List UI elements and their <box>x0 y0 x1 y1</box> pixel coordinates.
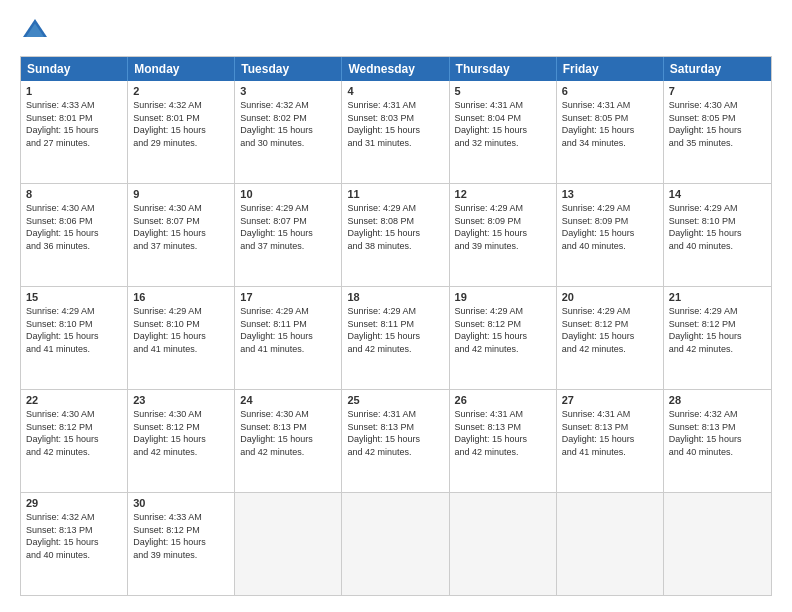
cell-text: Sunrise: 4:31 AM Sunset: 8:03 PM Dayligh… <box>347 99 443 149</box>
calendar-cell-1: 1Sunrise: 4:33 AM Sunset: 8:01 PM Daylig… <box>21 81 128 183</box>
calendar-cell-28: 28Sunrise: 4:32 AM Sunset: 8:13 PM Dayli… <box>664 390 771 492</box>
day-number: 15 <box>26 291 122 303</box>
cell-text: Sunrise: 4:33 AM Sunset: 8:01 PM Dayligh… <box>26 99 122 149</box>
cell-text: Sunrise: 4:29 AM Sunset: 8:12 PM Dayligh… <box>669 305 766 355</box>
header-cell-tuesday: Tuesday <box>235 57 342 81</box>
calendar-cell-6: 6Sunrise: 4:31 AM Sunset: 8:05 PM Daylig… <box>557 81 664 183</box>
day-number: 22 <box>26 394 122 406</box>
calendar-cell-14: 14Sunrise: 4:29 AM Sunset: 8:10 PM Dayli… <box>664 184 771 286</box>
day-number: 21 <box>669 291 766 303</box>
calendar-cell-29: 29Sunrise: 4:32 AM Sunset: 8:13 PM Dayli… <box>21 493 128 595</box>
calendar-body: 1Sunrise: 4:33 AM Sunset: 8:01 PM Daylig… <box>21 81 771 595</box>
day-number: 23 <box>133 394 229 406</box>
header-cell-friday: Friday <box>557 57 664 81</box>
header-cell-monday: Monday <box>128 57 235 81</box>
calendar-row-3: 15Sunrise: 4:29 AM Sunset: 8:10 PM Dayli… <box>21 286 771 389</box>
calendar-row-1: 1Sunrise: 4:33 AM Sunset: 8:01 PM Daylig… <box>21 81 771 183</box>
calendar-cell-10: 10Sunrise: 4:29 AM Sunset: 8:07 PM Dayli… <box>235 184 342 286</box>
cell-text: Sunrise: 4:29 AM Sunset: 8:09 PM Dayligh… <box>455 202 551 252</box>
calendar-cell-30: 30Sunrise: 4:33 AM Sunset: 8:12 PM Dayli… <box>128 493 235 595</box>
calendar-cell-22: 22Sunrise: 4:30 AM Sunset: 8:12 PM Dayli… <box>21 390 128 492</box>
calendar-cell-11: 11Sunrise: 4:29 AM Sunset: 8:08 PM Dayli… <box>342 184 449 286</box>
calendar-cell-12: 12Sunrise: 4:29 AM Sunset: 8:09 PM Dayli… <box>450 184 557 286</box>
day-number: 16 <box>133 291 229 303</box>
cell-text: Sunrise: 4:30 AM Sunset: 8:07 PM Dayligh… <box>133 202 229 252</box>
cell-text: Sunrise: 4:31 AM Sunset: 8:04 PM Dayligh… <box>455 99 551 149</box>
cell-text: Sunrise: 4:30 AM Sunset: 8:06 PM Dayligh… <box>26 202 122 252</box>
cell-text: Sunrise: 4:29 AM Sunset: 8:08 PM Dayligh… <box>347 202 443 252</box>
calendar-cell-empty <box>450 493 557 595</box>
cell-text: Sunrise: 4:29 AM Sunset: 8:07 PM Dayligh… <box>240 202 336 252</box>
day-number: 27 <box>562 394 658 406</box>
header-cell-wednesday: Wednesday <box>342 57 449 81</box>
calendar-cell-27: 27Sunrise: 4:31 AM Sunset: 8:13 PM Dayli… <box>557 390 664 492</box>
day-number: 19 <box>455 291 551 303</box>
cell-text: Sunrise: 4:29 AM Sunset: 8:10 PM Dayligh… <box>669 202 766 252</box>
calendar-header-row: SundayMondayTuesdayWednesdayThursdayFrid… <box>21 57 771 81</box>
cell-text: Sunrise: 4:29 AM Sunset: 8:10 PM Dayligh… <box>26 305 122 355</box>
calendar-cell-7: 7Sunrise: 4:30 AM Sunset: 8:05 PM Daylig… <box>664 81 771 183</box>
day-number: 29 <box>26 497 122 509</box>
day-number: 5 <box>455 85 551 97</box>
calendar-cell-21: 21Sunrise: 4:29 AM Sunset: 8:12 PM Dayli… <box>664 287 771 389</box>
calendar-row-5: 29Sunrise: 4:32 AM Sunset: 8:13 PM Dayli… <box>21 492 771 595</box>
cell-text: Sunrise: 4:29 AM Sunset: 8:12 PM Dayligh… <box>562 305 658 355</box>
cell-text: Sunrise: 4:31 AM Sunset: 8:13 PM Dayligh… <box>347 408 443 458</box>
day-number: 6 <box>562 85 658 97</box>
logo-icon <box>20 16 50 46</box>
calendar-cell-26: 26Sunrise: 4:31 AM Sunset: 8:13 PM Dayli… <box>450 390 557 492</box>
day-number: 14 <box>669 188 766 200</box>
day-number: 1 <box>26 85 122 97</box>
calendar-cell-19: 19Sunrise: 4:29 AM Sunset: 8:12 PM Dayli… <box>450 287 557 389</box>
day-number: 11 <box>347 188 443 200</box>
cell-text: Sunrise: 4:30 AM Sunset: 8:12 PM Dayligh… <box>26 408 122 458</box>
cell-text: Sunrise: 4:32 AM Sunset: 8:02 PM Dayligh… <box>240 99 336 149</box>
header-cell-saturday: Saturday <box>664 57 771 81</box>
calendar-cell-18: 18Sunrise: 4:29 AM Sunset: 8:11 PM Dayli… <box>342 287 449 389</box>
calendar: SundayMondayTuesdayWednesdayThursdayFrid… <box>20 56 772 596</box>
day-number: 20 <box>562 291 658 303</box>
cell-text: Sunrise: 4:32 AM Sunset: 8:13 PM Dayligh… <box>26 511 122 561</box>
day-number: 7 <box>669 85 766 97</box>
header-cell-sunday: Sunday <box>21 57 128 81</box>
calendar-cell-17: 17Sunrise: 4:29 AM Sunset: 8:11 PM Dayli… <box>235 287 342 389</box>
calendar-cell-23: 23Sunrise: 4:30 AM Sunset: 8:12 PM Dayli… <box>128 390 235 492</box>
cell-text: Sunrise: 4:29 AM Sunset: 8:12 PM Dayligh… <box>455 305 551 355</box>
cell-text: Sunrise: 4:32 AM Sunset: 8:01 PM Dayligh… <box>133 99 229 149</box>
day-number: 26 <box>455 394 551 406</box>
calendar-cell-5: 5Sunrise: 4:31 AM Sunset: 8:04 PM Daylig… <box>450 81 557 183</box>
calendar-cell-empty <box>664 493 771 595</box>
day-number: 2 <box>133 85 229 97</box>
cell-text: Sunrise: 4:31 AM Sunset: 8:13 PM Dayligh… <box>562 408 658 458</box>
day-number: 12 <box>455 188 551 200</box>
day-number: 10 <box>240 188 336 200</box>
calendar-cell-16: 16Sunrise: 4:29 AM Sunset: 8:10 PM Dayli… <box>128 287 235 389</box>
calendar-cell-empty <box>557 493 664 595</box>
cell-text: Sunrise: 4:29 AM Sunset: 8:11 PM Dayligh… <box>347 305 443 355</box>
calendar-cell-4: 4Sunrise: 4:31 AM Sunset: 8:03 PM Daylig… <box>342 81 449 183</box>
day-number: 3 <box>240 85 336 97</box>
cell-text: Sunrise: 4:29 AM Sunset: 8:11 PM Dayligh… <box>240 305 336 355</box>
day-number: 18 <box>347 291 443 303</box>
cell-text: Sunrise: 4:30 AM Sunset: 8:13 PM Dayligh… <box>240 408 336 458</box>
day-number: 4 <box>347 85 443 97</box>
page: SundayMondayTuesdayWednesdayThursdayFrid… <box>0 0 792 612</box>
calendar-cell-8: 8Sunrise: 4:30 AM Sunset: 8:06 PM Daylig… <box>21 184 128 286</box>
logo <box>20 16 54 46</box>
day-number: 24 <box>240 394 336 406</box>
cell-text: Sunrise: 4:30 AM Sunset: 8:05 PM Dayligh… <box>669 99 766 149</box>
calendar-row-2: 8Sunrise: 4:30 AM Sunset: 8:06 PM Daylig… <box>21 183 771 286</box>
calendar-cell-24: 24Sunrise: 4:30 AM Sunset: 8:13 PM Dayli… <box>235 390 342 492</box>
calendar-cell-empty <box>235 493 342 595</box>
cell-text: Sunrise: 4:33 AM Sunset: 8:12 PM Dayligh… <box>133 511 229 561</box>
day-number: 9 <box>133 188 229 200</box>
day-number: 17 <box>240 291 336 303</box>
calendar-cell-13: 13Sunrise: 4:29 AM Sunset: 8:09 PM Dayli… <box>557 184 664 286</box>
cell-text: Sunrise: 4:30 AM Sunset: 8:12 PM Dayligh… <box>133 408 229 458</box>
header <box>20 16 772 46</box>
cell-text: Sunrise: 4:29 AM Sunset: 8:10 PM Dayligh… <box>133 305 229 355</box>
cell-text: Sunrise: 4:32 AM Sunset: 8:13 PM Dayligh… <box>669 408 766 458</box>
calendar-cell-9: 9Sunrise: 4:30 AM Sunset: 8:07 PM Daylig… <box>128 184 235 286</box>
calendar-cell-25: 25Sunrise: 4:31 AM Sunset: 8:13 PM Dayli… <box>342 390 449 492</box>
cell-text: Sunrise: 4:29 AM Sunset: 8:09 PM Dayligh… <box>562 202 658 252</box>
